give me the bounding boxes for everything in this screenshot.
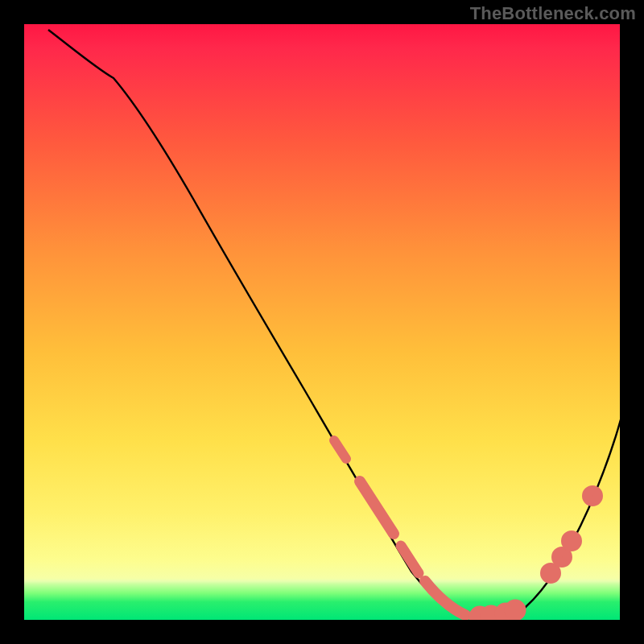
- watermark-text: TheBottleneck.com: [470, 3, 636, 24]
- marker-dot-6: [557, 552, 567, 562]
- chart-frame: TheBottleneck.com: [0, 0, 644, 644]
- chart-plot-bg: [24, 24, 620, 620]
- marker-dot-5: [546, 568, 555, 578]
- chart-left-border: [0, 0, 24, 644]
- chart-right-border: [620, 0, 644, 644]
- marker-dot-2: [486, 611, 497, 621]
- marker-dot-4: [510, 605, 521, 616]
- chart-canvas: [0, 0, 644, 644]
- chart-bottom-border: [0, 620, 644, 644]
- marker-dot-7: [567, 536, 576, 546]
- marker-dot-8: [588, 491, 597, 501]
